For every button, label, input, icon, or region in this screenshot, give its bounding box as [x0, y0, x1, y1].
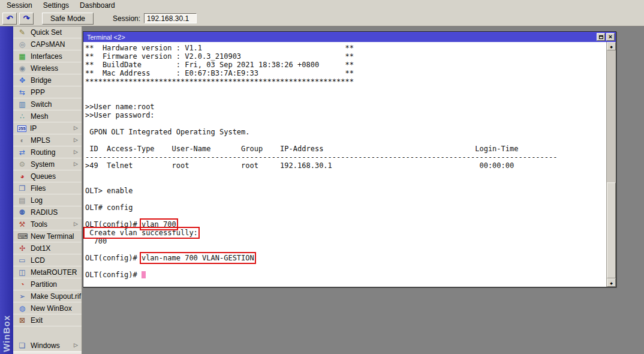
terminal-line: [85, 86, 606, 94]
sidebar-item-label: IP: [30, 124, 37, 133]
sidebar-item-label: CAPsMAN: [31, 40, 65, 49]
sidebar-item-interfaces[interactable]: ▦Interfaces: [13, 50, 82, 62]
sidebar-item-ppp[interactable]: ⇆PPP: [13, 86, 82, 98]
sidebar-item-dot1x[interactable]: ✣Dot1X: [13, 242, 82, 254]
sidebar-item-queues[interactable]: ◕Queues: [13, 170, 82, 182]
switch-icon: ▥: [17, 100, 27, 109]
files-icon: ❐: [17, 184, 27, 193]
sidebar-item-switch[interactable]: ▥Switch: [13, 98, 82, 110]
terminal-output[interactable]: ** Hardware version : V1.1 **** Firmware…: [83, 42, 606, 287]
winbox-vertical-label: WinBox: [1, 315, 11, 352]
vertical-scrollbar[interactable]: ◆ ◆: [606, 42, 616, 287]
sidebar-item-label: System: [31, 160, 55, 169]
sidebar-item-new-winbox[interactable]: ◍New WinBox: [13, 302, 82, 314]
sidebar-item-label: Partition: [31, 280, 57, 289]
sidebar-item-bridge[interactable]: ✥Bridge: [13, 74, 82, 86]
scroll-down-button[interactable]: ◆: [607, 278, 616, 287]
terminal-line: OLT(config)# vlan-name 700 VLAN-GESTION: [85, 254, 606, 262]
ip-icon: 255: [17, 125, 26, 132]
sidebar-item-files[interactable]: ❐Files: [13, 182, 82, 194]
sidebar-item-log[interactable]: ▤Log: [13, 194, 82, 206]
safe-mode-button[interactable]: Safe Mode: [42, 13, 94, 25]
sidebar-item-metarouter[interactable]: ◫MetaROUTER: [13, 266, 82, 278]
terminal-line: [85, 136, 606, 145]
sidebar-spacer: [13, 326, 82, 340]
capsman-icon: ◎: [17, 40, 27, 49]
sidebar-item-radius[interactable]: ⚉RADIUS: [13, 206, 82, 218]
sidebar-item-ip[interactable]: 255IP▷: [13, 122, 82, 134]
redo-button[interactable]: ↷: [19, 13, 34, 25]
partition-icon: ◔: [17, 280, 27, 289]
terminal-line: [85, 245, 606, 254]
highlight-box: Create vlan successfully:: [85, 229, 198, 237]
sidebar-item-system[interactable]: ⚙System▷: [13, 158, 82, 170]
sidebar-item-new-terminal[interactable]: ⌨New Terminal: [13, 230, 82, 242]
sidebar-item-label: Wireless: [31, 64, 58, 73]
metarouter-icon: ◫: [17, 268, 27, 277]
close-button[interactable]: ×: [606, 33, 615, 41]
sidebar-item-quick-set[interactable]: ✎Quick Set: [13, 26, 82, 38]
menu-item-dashboard[interactable]: Dashboard: [74, 0, 121, 11]
terminal-line: [85, 170, 606, 178]
sidebar-item-exit[interactable]: ⊠Exit: [13, 314, 82, 326]
terminal-line: [85, 119, 606, 128]
sidebar-item-mesh[interactable]: ∴Mesh: [13, 110, 82, 122]
submenu-arrow-icon: ▷: [74, 125, 78, 131]
undo-button[interactable]: ↶: [2, 13, 17, 25]
sidebar-item-label: MetaROUTER: [31, 268, 77, 277]
sidebar-item-capsman[interactable]: ◎CAPsMAN: [13, 38, 82, 50]
sidebar-item-mpls[interactable]: ◐MPLS▷: [13, 134, 82, 146]
sidebar-item-tools[interactable]: ⚒Tools▷: [13, 218, 82, 230]
new-terminal-icon: ⌨: [17, 232, 27, 241]
menu-item-session[interactable]: Session: [1, 0, 38, 11]
sidebar-item-label: Exit: [31, 316, 43, 325]
sidebar-item-label: PPP: [31, 88, 45, 97]
redo-icon: ↷: [23, 14, 30, 23]
sidebar-item-label: New WinBox: [31, 304, 72, 313]
quick-set-icon: ✎: [17, 28, 27, 37]
sidebar-item-lcd[interactable]: ▭LCD: [13, 254, 82, 266]
scroll-up-button[interactable]: ◆: [607, 42, 616, 50]
terminal-line: [85, 178, 606, 187]
terminal-line: OLT# config: [85, 203, 606, 212]
sidebar-item-label: Files: [31, 184, 46, 193]
sidebar-item-wireless[interactable]: ◉Wireless: [13, 62, 82, 74]
terminal-line: [85, 94, 606, 103]
sidebar-item-make-supout-rif[interactable]: ➢Make Supout.rif: [13, 290, 82, 302]
sidebar-item-label: LCD: [31, 256, 45, 265]
terminal-line: [85, 262, 606, 271]
terminal-cursor: [142, 271, 146, 278]
log-icon: ▤: [17, 196, 27, 205]
scrollbar-track[interactable]: [607, 50, 616, 278]
terminal-line: ID Access-Type User-Name Group IP-Addres…: [85, 145, 606, 153]
sidebar-item-label: RADIUS: [31, 208, 58, 217]
sidebar-item-routing[interactable]: ⇄Routing▷: [13, 146, 82, 158]
terminal-window: Terminal <2> × ** Hardware version : V1.…: [83, 31, 616, 287]
mpls-icon: ◐: [17, 136, 27, 145]
terminal-line: [85, 212, 606, 220]
maximize-button[interactable]: [597, 33, 605, 41]
terminal-line: OLT> enable: [85, 187, 606, 195]
sidebar-item-label: Quick Set: [31, 28, 62, 37]
sidebar-item-label: Routing: [31, 148, 55, 157]
sidebar-item-label: Make Supout.rif: [31, 292, 81, 301]
make-supout-icon: ➢: [17, 292, 27, 301]
sidebar-item-windows[interactable]: ❏Windows▷: [13, 340, 82, 352]
dot1x-icon: ✣: [17, 244, 27, 253]
sidebar-item-label: Bridge: [31, 76, 52, 85]
sidebar-item-partition[interactable]: ◔Partition: [13, 278, 82, 290]
terminal-content: ** Hardware version : V1.1 **** Firmware…: [83, 42, 616, 287]
sidebar-nav: ✎Quick Set◎CAPsMAN▦Interfaces◉Wireless✥B…: [13, 26, 82, 354]
scrollbar-thumb[interactable]: [607, 182, 616, 278]
terminal-line: GPON OLT Integrated Operating System.: [85, 128, 606, 136]
new-winbox-icon: ◍: [17, 304, 27, 313]
ppp-icon: ⇆: [17, 88, 27, 97]
session-field[interactable]: 192.168.30.1: [144, 13, 197, 23]
sidebar-partial-row: [13, 352, 82, 354]
menu-item-settings[interactable]: Settings: [38, 0, 74, 11]
exit-icon: ⊠: [17, 316, 27, 325]
terminal-titlebar[interactable]: Terminal <2> ×: [83, 32, 616, 42]
radius-icon: ⚉: [17, 208, 27, 217]
submenu-arrow-icon: ▷: [74, 149, 78, 155]
terminal-line: >>User name:root: [85, 103, 606, 111]
